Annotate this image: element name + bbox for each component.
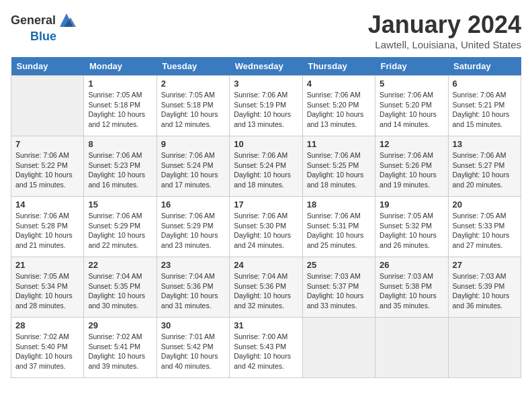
day-info: Sunrise: 7:06 AM Sunset: 5:29 PM Dayligh… xyxy=(88,211,152,250)
calendar-day-cell: 4Sunrise: 7:06 AM Sunset: 5:20 PM Daylig… xyxy=(302,76,375,136)
day-info: Sunrise: 7:06 AM Sunset: 5:22 PM Dayligh… xyxy=(15,150,79,190)
day-number: 8 xyxy=(88,139,152,149)
calendar-day-cell: 9Sunrise: 7:06 AM Sunset: 5:24 PM Daylig… xyxy=(157,136,229,197)
day-number: 9 xyxy=(161,139,225,149)
calendar-day-cell: 25Sunrise: 7:03 AM Sunset: 5:37 PM Dayli… xyxy=(302,257,375,318)
day-number: 20 xyxy=(453,199,517,210)
day-info: Sunrise: 7:06 AM Sunset: 5:20 PM Dayligh… xyxy=(307,90,371,130)
day-number: 13 xyxy=(453,139,517,149)
calendar-day-cell: 20Sunrise: 7:05 AM Sunset: 5:33 PM Dayli… xyxy=(448,197,521,257)
day-info: Sunrise: 7:04 AM Sunset: 5:36 PM Dayligh… xyxy=(161,271,225,311)
calendar-day-cell: 14Sunrise: 7:06 AM Sunset: 5:28 PM Dayli… xyxy=(11,197,84,257)
calendar-day-cell: 17Sunrise: 7:06 AM Sunset: 5:30 PM Dayli… xyxy=(230,197,302,257)
calendar-day-cell: 18Sunrise: 7:06 AM Sunset: 5:31 PM Dayli… xyxy=(302,197,375,257)
day-number: 15 xyxy=(88,199,152,210)
calendar-week-row: 14Sunrise: 7:06 AM Sunset: 5:28 PM Dayli… xyxy=(11,197,521,257)
calendar-header-row: SundayMondayTuesdayWednesdayThursdayFrid… xyxy=(11,57,521,76)
logo-general-text: General xyxy=(11,13,56,28)
day-number: 18 xyxy=(307,199,371,210)
day-number: 23 xyxy=(161,260,225,270)
day-info: Sunrise: 7:06 AM Sunset: 5:26 PM Dayligh… xyxy=(380,150,443,190)
calendar-day-cell: 11Sunrise: 7:06 AM Sunset: 5:25 PM Dayli… xyxy=(302,136,375,197)
day-info: Sunrise: 7:06 AM Sunset: 5:25 PM Dayligh… xyxy=(307,150,371,190)
calendar-day-cell: 30Sunrise: 7:01 AM Sunset: 5:42 PM Dayli… xyxy=(157,318,229,378)
day-info: Sunrise: 7:01 AM Sunset: 5:42 PM Dayligh… xyxy=(161,332,225,371)
calendar-day-cell: 28Sunrise: 7:02 AM Sunset: 5:40 PM Dayli… xyxy=(11,318,84,378)
day-number: 11 xyxy=(307,139,371,149)
calendar-header: SundayMondayTuesdayWednesdayThursdayFrid… xyxy=(11,57,521,76)
day-number: 24 xyxy=(234,260,298,270)
calendar-day-cell: 26Sunrise: 7:03 AM Sunset: 5:38 PM Dayli… xyxy=(375,257,448,318)
day-info: Sunrise: 7:05 AM Sunset: 5:33 PM Dayligh… xyxy=(453,211,517,250)
calendar-day-cell: 1Sunrise: 7:05 AM Sunset: 5:18 PM Daylig… xyxy=(84,76,157,136)
calendar-day-cell: 8Sunrise: 7:06 AM Sunset: 5:23 PM Daylig… xyxy=(84,136,157,197)
day-info: Sunrise: 7:06 AM Sunset: 5:28 PM Dayligh… xyxy=(15,211,79,250)
day-info: Sunrise: 7:06 AM Sunset: 5:20 PM Dayligh… xyxy=(380,90,443,130)
calendar-day-cell: 10Sunrise: 7:06 AM Sunset: 5:24 PM Dayli… xyxy=(230,136,302,197)
calendar-day-cell: 3Sunrise: 7:06 AM Sunset: 5:19 PM Daylig… xyxy=(230,76,302,136)
day-number: 7 xyxy=(15,139,79,149)
day-number: 30 xyxy=(161,320,225,330)
day-info: Sunrise: 7:05 AM Sunset: 5:32 PM Dayligh… xyxy=(380,211,443,250)
title-block: January 2024 Lawtell, Louisiana, United … xyxy=(368,11,521,50)
calendar-day-cell xyxy=(302,318,375,378)
day-number: 6 xyxy=(453,79,517,89)
day-info: Sunrise: 7:06 AM Sunset: 5:29 PM Dayligh… xyxy=(161,211,225,250)
calendar-header-cell: Wednesday xyxy=(230,57,302,76)
day-number: 5 xyxy=(380,79,443,89)
calendar-title: January 2024 xyxy=(368,11,521,39)
day-info: Sunrise: 7:04 AM Sunset: 5:35 PM Dayligh… xyxy=(88,271,152,311)
day-number: 14 xyxy=(15,199,79,210)
day-number: 29 xyxy=(88,320,152,330)
calendar-week-row: 1Sunrise: 7:05 AM Sunset: 5:18 PM Daylig… xyxy=(11,76,521,136)
day-info: Sunrise: 7:06 AM Sunset: 5:19 PM Dayligh… xyxy=(234,90,298,130)
calendar-week-row: 28Sunrise: 7:02 AM Sunset: 5:40 PM Dayli… xyxy=(11,318,521,378)
day-info: Sunrise: 7:05 AM Sunset: 5:34 PM Dayligh… xyxy=(15,271,79,311)
calendar-day-cell: 27Sunrise: 7:03 AM Sunset: 5:39 PM Dayli… xyxy=(448,257,521,318)
calendar-week-row: 7Sunrise: 7:06 AM Sunset: 5:22 PM Daylig… xyxy=(11,136,521,197)
calendar-header-cell: Tuesday xyxy=(157,57,229,76)
logo: General Blue xyxy=(11,11,76,44)
calendar-table: SundayMondayTuesdayWednesdayThursdayFrid… xyxy=(11,57,521,378)
day-info: Sunrise: 7:03 AM Sunset: 5:37 PM Dayligh… xyxy=(307,271,371,311)
day-number: 28 xyxy=(15,320,79,330)
day-info: Sunrise: 7:04 AM Sunset: 5:36 PM Dayligh… xyxy=(234,271,298,311)
calendar-header-cell: Monday xyxy=(84,57,157,76)
day-number: 2 xyxy=(161,79,225,89)
day-number: 12 xyxy=(380,139,443,149)
day-info: Sunrise: 7:06 AM Sunset: 5:23 PM Dayligh… xyxy=(88,150,152,190)
day-info: Sunrise: 7:02 AM Sunset: 5:40 PM Dayligh… xyxy=(15,332,79,371)
calendar-day-cell: 23Sunrise: 7:04 AM Sunset: 5:36 PM Dayli… xyxy=(157,257,229,318)
calendar-week-row: 21Sunrise: 7:05 AM Sunset: 5:34 PM Dayli… xyxy=(11,257,521,318)
page-header: General Blue January 2024 Lawtell, Louis… xyxy=(11,11,521,50)
day-info: Sunrise: 7:06 AM Sunset: 5:31 PM Dayligh… xyxy=(307,211,371,250)
day-info: Sunrise: 7:03 AM Sunset: 5:39 PM Dayligh… xyxy=(453,271,517,311)
calendar-day-cell xyxy=(375,318,448,378)
day-number: 1 xyxy=(88,79,152,89)
calendar-subtitle: Lawtell, Louisiana, United States xyxy=(368,39,521,50)
logo-blue-text: Blue xyxy=(30,30,56,44)
day-number: 19 xyxy=(380,199,443,210)
day-info: Sunrise: 7:06 AM Sunset: 5:24 PM Dayligh… xyxy=(161,150,225,190)
calendar-day-cell: 13Sunrise: 7:06 AM Sunset: 5:27 PM Dayli… xyxy=(448,136,521,197)
day-info: Sunrise: 7:03 AM Sunset: 5:38 PM Dayligh… xyxy=(380,271,443,311)
day-info: Sunrise: 7:06 AM Sunset: 5:30 PM Dayligh… xyxy=(234,211,298,250)
calendar-header-cell: Thursday xyxy=(302,57,375,76)
day-number: 26 xyxy=(380,260,443,270)
day-info: Sunrise: 7:06 AM Sunset: 5:21 PM Dayligh… xyxy=(453,90,517,130)
day-number: 4 xyxy=(307,79,371,89)
day-number: 16 xyxy=(161,199,225,210)
calendar-day-cell xyxy=(448,318,521,378)
day-number: 22 xyxy=(88,260,152,270)
calendar-header-cell: Friday xyxy=(375,57,448,76)
calendar-day-cell: 29Sunrise: 7:02 AM Sunset: 5:41 PM Dayli… xyxy=(84,318,157,378)
calendar-header-cell: Sunday xyxy=(11,57,84,76)
day-info: Sunrise: 7:06 AM Sunset: 5:27 PM Dayligh… xyxy=(453,150,517,190)
calendar-day-cell: 19Sunrise: 7:05 AM Sunset: 5:32 PM Dayli… xyxy=(375,197,448,257)
day-number: 10 xyxy=(234,139,298,149)
logo-icon xyxy=(57,11,76,30)
day-number: 17 xyxy=(234,199,298,210)
calendar-day-cell: 15Sunrise: 7:06 AM Sunset: 5:29 PM Dayli… xyxy=(84,197,157,257)
calendar-header-cell: Saturday xyxy=(448,57,521,76)
day-number: 25 xyxy=(307,260,371,270)
